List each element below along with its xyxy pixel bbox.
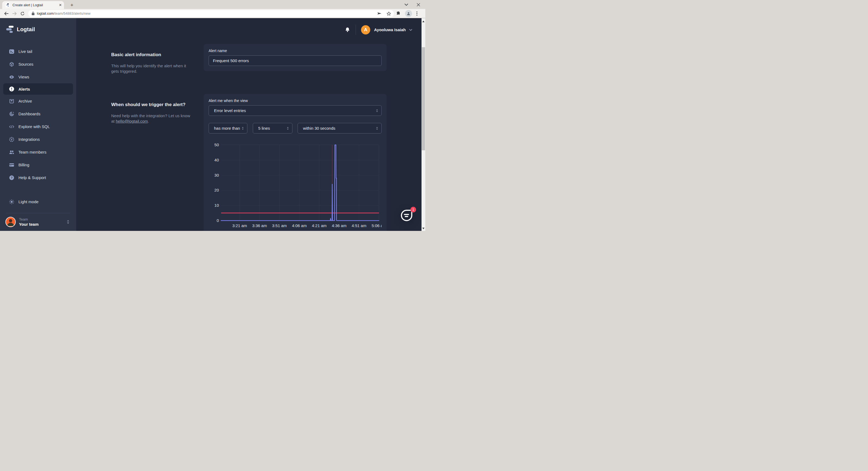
sidebar-item-label: Help & Support xyxy=(19,175,46,180)
logtail-app: Logtail Live tailSourcesViewsAlertsArchi… xyxy=(0,18,425,231)
view-select-label: Alert me when the view xyxy=(209,98,382,103)
sidebar-item-label: Sources xyxy=(19,62,33,66)
sidebar-item-label: Views xyxy=(19,75,29,79)
forward-icon[interactable] xyxy=(10,10,19,18)
alert-circle-icon xyxy=(9,86,14,92)
team-label: Team xyxy=(19,217,67,222)
svg-text:4:51 am: 4:51 am xyxy=(351,223,366,228)
chevron-updown-icon xyxy=(67,220,69,224)
sidebar-item-light-mode[interactable]: Light mode xyxy=(0,195,76,208)
svg-text:0: 0 xyxy=(217,218,219,223)
tab-close-icon[interactable]: ✕ xyxy=(59,3,62,7)
svg-text:3:21 am: 3:21 am xyxy=(232,223,247,228)
profile-avatar-icon[interactable] xyxy=(405,10,412,17)
sidebar-item-help-support[interactable]: ?Help & Support xyxy=(0,171,76,184)
scrollbar-thumb[interactable] xyxy=(422,47,425,150)
team-switcher[interactable]: Team Your team xyxy=(5,217,70,227)
sidebar-item-sources[interactable]: Sources xyxy=(0,58,76,70)
svg-text:4:06 am: 4:06 am xyxy=(292,223,307,228)
select-spinner-icon xyxy=(242,127,244,130)
chat-launcher[interactable]: 1 xyxy=(400,208,415,224)
time-window-select[interactable]: within 30 seconds xyxy=(298,123,382,134)
sidebar-item-dashboards[interactable]: Dashboards xyxy=(0,108,76,120)
condition-select[interactable]: has more than xyxy=(209,123,247,134)
screen: Create alert | Logtail ✕ + logtail.com/t… xyxy=(0,0,425,231)
address-bar[interactable]: logtail.com/team/54883/alerts/new xyxy=(28,10,394,17)
browser-tab[interactable]: Create alert | Logtail ✕ xyxy=(2,1,64,9)
svg-text:20: 20 xyxy=(214,188,219,193)
svg-text:3:51 am: 3:51 am xyxy=(272,223,287,228)
chart-container: 010203040503:21 am3:36 am3:51 am4:06 am4… xyxy=(209,140,382,230)
sidebar-item-label: Live tail xyxy=(19,49,32,54)
cube-icon xyxy=(9,62,14,67)
tab-title: Create alert | Logtail xyxy=(12,3,57,7)
condition-row: has more than 5 lines within 30 seconds xyxy=(209,123,382,134)
integrations-icon xyxy=(9,137,14,142)
svg-text:3:36 am: 3:36 am xyxy=(252,223,267,228)
select-spinner-icon xyxy=(376,127,378,130)
url-host: logtail.com xyxy=(37,11,54,16)
view-select[interactable]: Error level entries xyxy=(209,105,382,116)
alert-name-input[interactable] xyxy=(209,55,382,66)
sun-icon xyxy=(9,199,14,205)
svg-text:?: ? xyxy=(11,176,13,179)
user-avatar[interactable]: A xyxy=(361,25,370,34)
sidebar-item-integrations[interactable]: Integrations xyxy=(0,133,76,146)
trigger-section: When should we trigger the alert? Need h… xyxy=(111,94,422,231)
sidebar-item-archive[interactable]: Archive xyxy=(0,95,76,108)
logtail-logo[interactable]: Logtail xyxy=(6,25,76,33)
url-text: logtail.com/team/54883/alerts/new xyxy=(37,11,377,16)
section-description: This will help you identify the alert wh… xyxy=(111,63,190,74)
back-icon[interactable] xyxy=(2,10,10,18)
chevron-down-icon[interactable] xyxy=(409,29,412,31)
dashboard-icon xyxy=(9,111,14,117)
lock-icon xyxy=(31,11,35,16)
sidebar-divider xyxy=(6,213,70,213)
page-scrollbar[interactable] xyxy=(422,18,425,231)
trigger-text: When should we trigger the alert? Need h… xyxy=(111,94,204,231)
sidebar-item-label: Light mode xyxy=(19,199,38,204)
sidebar-item-label: Dashboards xyxy=(19,112,40,116)
quantity-select[interactable]: 5 lines xyxy=(253,123,292,134)
browser-tabstrip: Create alert | Logtail ✕ + xyxy=(0,0,425,9)
team-name: Your team xyxy=(19,222,67,227)
team-texts: Team Your team xyxy=(19,217,67,227)
window-close-icon[interactable] xyxy=(414,1,422,8)
users-icon xyxy=(9,149,14,155)
svg-text:40: 40 xyxy=(214,158,219,162)
user-name: Ayooluwa Isaiah xyxy=(374,27,406,32)
scrollbar-up-icon[interactable] xyxy=(422,21,425,22)
bookmark-star-icon[interactable] xyxy=(386,11,391,16)
svg-text:4:36 am: 4:36 am xyxy=(332,223,346,228)
sidebar-item-billing[interactable]: Billing xyxy=(0,158,76,171)
sidebar: Logtail Live tailSourcesViewsAlertsArchi… xyxy=(0,18,76,231)
reload-icon[interactable] xyxy=(19,10,27,18)
section-description: Need help with the integration? Let us k… xyxy=(111,113,190,124)
alert-name-card: Alert name xyxy=(204,44,386,71)
credit-card-icon xyxy=(9,162,14,168)
terminal-icon xyxy=(9,49,14,54)
notifications-bell-icon[interactable] xyxy=(344,27,351,33)
svg-text:5:06 am: 5:06 am xyxy=(372,223,382,228)
new-tab-button[interactable]: + xyxy=(68,2,75,9)
sidebar-item-alerts[interactable]: Alerts xyxy=(3,83,73,95)
scrollbar-down-icon[interactable] xyxy=(422,228,425,229)
sidebar-nav: Live tailSourcesViewsAlertsArchiveDashbo… xyxy=(0,45,76,184)
window-restore-icon[interactable] xyxy=(403,1,410,8)
sidebar-item-label: Team members xyxy=(19,150,46,154)
alert-name-label: Alert name xyxy=(209,49,382,53)
browser-menu-icon[interactable] xyxy=(416,11,417,16)
basic-info-section: Basic alert information This will help y… xyxy=(111,44,422,74)
sidebar-item-live-tail[interactable]: Live tail xyxy=(0,45,76,58)
sidebar-item-views[interactable]: Views xyxy=(0,70,76,83)
select-spinner-icon xyxy=(376,109,378,112)
page-content: Basic alert information This will help y… xyxy=(76,44,422,231)
svg-text:50: 50 xyxy=(214,142,219,147)
extensions-puzzle-icon[interactable] xyxy=(396,11,401,16)
svg-text:10: 10 xyxy=(214,203,219,208)
send-icon[interactable] xyxy=(377,11,382,16)
sidebar-item-explore-with-sql[interactable]: Explore with SQL xyxy=(0,120,76,133)
support-email-link[interactable]: hello@logtail.com xyxy=(116,119,148,123)
sidebar-item-label: Integrations xyxy=(19,137,40,142)
sidebar-item-team-members[interactable]: Team members xyxy=(0,146,76,158)
